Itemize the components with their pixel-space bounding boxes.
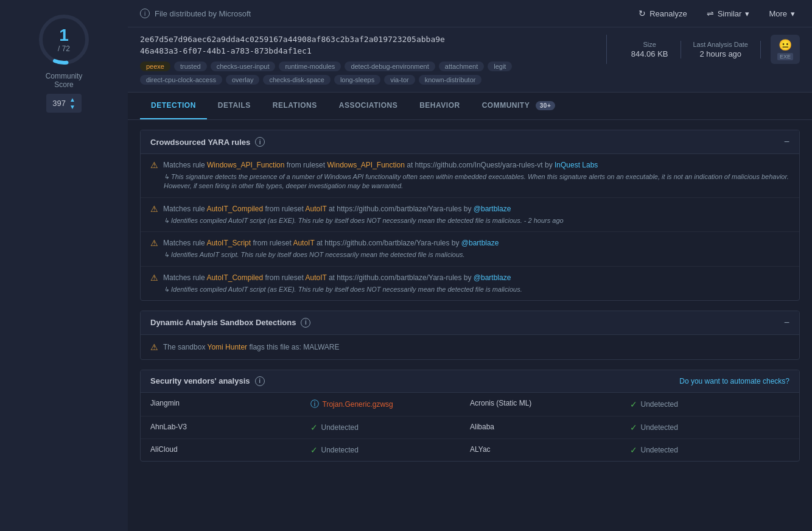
- vendor-row-3: AliCloud ✓ Undetected ALYac ✓ Undetected: [141, 439, 799, 461]
- more-button[interactable]: More ▾: [764, 7, 800, 21]
- tab-details[interactable]: DETAILS: [207, 93, 262, 119]
- alyac-result-text: Undetected: [641, 446, 678, 454]
- tag-checks-disk-space[interactable]: checks-disk-space: [263, 75, 330, 85]
- size-stat: Size 844.06 KB: [619, 41, 681, 58]
- vendors-title-text: Security vendors' analysis: [150, 376, 250, 385]
- tab-associations[interactable]: ASSOCIATIONS: [328, 93, 408, 119]
- vendors-section-header: Security vendors' analysis i Do you want…: [141, 370, 799, 393]
- file-stats: Size 844.06 KB Last Analysis Date 2 hour…: [606, 35, 800, 64]
- jiangmin-result-text: Trojan.Generic.gzwsg: [323, 400, 393, 409]
- tag-peexe[interactable]: peexe: [140, 62, 170, 71]
- tag-long-sleeps[interactable]: long-sleeps: [334, 75, 380, 85]
- top-bar: i File distributed by Microsoft ↻ Reanal…: [128, 0, 812, 27]
- automate-link[interactable]: Do you want to automate checks?: [679, 377, 789, 385]
- vendor-row-1: Jiangmin ⓘ Trojan.Generic.gzwsg Acronis …: [141, 393, 799, 417]
- yara-rule-1-author-link[interactable]: InQuest Labs: [555, 161, 598, 169]
- yara-rule-3-author-link[interactable]: @bartblaze: [461, 239, 499, 247]
- sandbox-section-header: Dynamic Analysis Sandbox Detections i −: [141, 311, 799, 335]
- sandbox-section-title: Dynamic Analysis Sandbox Detections i: [150, 318, 310, 328]
- vendor-jiangmin-name: Jiangmin: [150, 399, 310, 410]
- sandbox-info-icon[interactable]: i: [301, 318, 310, 328]
- yara-title-text: Crowdsourced YARA rules: [150, 138, 250, 147]
- vendor-ahnlab-result: ✓ Undetected: [310, 423, 471, 432]
- arrow-down-icon[interactable]: ▼: [69, 104, 75, 110]
- tag-detect-debug-environment[interactable]: detect-debug-environment: [345, 62, 435, 71]
- alicloud-result-text: Undetected: [321, 446, 359, 454]
- yara-rule-2-name-link[interactable]: AutoIT_Compiled: [206, 205, 263, 213]
- notice-icon: i: [140, 9, 150, 18]
- vendor-jiangmin-result: ⓘ Trojan.Generic.gzwsg: [310, 399, 471, 410]
- main-content: i File distributed by Microsoft ↻ Reanal…: [128, 0, 812, 462]
- score-value: 397: [52, 99, 66, 108]
- similar-icon: ⇌: [707, 9, 714, 18]
- yara-rule-2-main: ⚠ Matches rule AutoIT_Compiled from rule…: [150, 204, 789, 214]
- yara-info-icon[interactable]: i: [255, 137, 265, 147]
- vendor-alicloud-name: AliCloud: [150, 445, 310, 455]
- exe-label: EXE: [777, 53, 793, 60]
- tag-legit[interactable]: legit: [488, 62, 512, 71]
- yara-rule-3-ruleset-link[interactable]: AutoIT: [293, 239, 314, 247]
- yara-rule-3-name-link[interactable]: AutoIT_Script: [206, 239, 251, 247]
- ahnlab-check-icon: ✓: [310, 423, 318, 432]
- more-label: More: [769, 9, 787, 18]
- tag-overlay[interactable]: overlay: [226, 75, 259, 85]
- sandbox-item: ⚠ The sandbox Yomi Hunter flags this fil…: [141, 335, 799, 359]
- score-gauge: 1 / 72: [37, 12, 91, 67]
- sandbox-section: Dynamic Analysis Sandbox Detections i − …: [140, 311, 800, 360]
- exe-face-icon: 😐: [779, 38, 792, 52]
- top-bar-notice: i File distributed by Microsoft: [140, 9, 251, 18]
- similar-label: Similar: [718, 9, 742, 18]
- yara-rule-1-main: ⚠ Matches rule Windows_API_Function from…: [150, 160, 789, 170]
- file-meta-row: 2e67d5e7d96aec62a9dda4c0259167a44908af86…: [140, 35, 800, 85]
- tab-relations[interactable]: RELATIONS: [262, 93, 328, 119]
- exe-icon: 😐 EXE: [771, 35, 800, 64]
- arrow-up-icon[interactable]: ▲: [69, 96, 75, 103]
- reanalyze-label: Reanalyze: [649, 9, 687, 18]
- tag-checks-user-input[interactable]: checks-user-input: [211, 62, 276, 71]
- yara-rule-3-desc: Identifies AutoIT script. This rule by i…: [164, 250, 789, 259]
- reanalyze-button[interactable]: ↻ Reanalyze: [634, 6, 691, 21]
- warn-icon-4: ⚠: [150, 273, 158, 283]
- acronis-check-icon: ✓: [630, 399, 637, 409]
- yara-rule-2-ruleset-link[interactable]: AutoIT: [305, 205, 326, 213]
- yara-rule-2-author-link[interactable]: @bartblaze: [474, 205, 511, 213]
- vendor-ahnlab-name: AhnLab-V3: [150, 423, 310, 432]
- vendors-section-title: Security vendors' analysis i: [150, 376, 265, 386]
- tag-direct-cpu-clock-access[interactable]: direct-cpu-clock-access: [140, 75, 222, 85]
- reanalyze-icon: ↻: [639, 9, 646, 18]
- tag-known-distributor[interactable]: known-distributor: [419, 75, 482, 85]
- chevron-down-icon: ▾: [745, 9, 749, 18]
- yara-rule-2-text: Matches rule AutoIT_Compiled from rulese…: [163, 205, 511, 213]
- file-info: 2e67d5e7d96aec62a9dda4c0259167a44908af86…: [128, 27, 812, 93]
- hash1[interactable]: 2e67d5e7d96aec62a9dda4c0259167a44908af86…: [140, 35, 594, 44]
- yara-rule-4: ⚠ Matches rule AutoIT_Compiled from rule…: [141, 267, 799, 300]
- similar-button[interactable]: ⇌ Similar ▾: [702, 6, 755, 21]
- score-number: 1: [58, 27, 70, 44]
- yara-rule-2-desc: Identifies compiled AutoIT script (as EX…: [164, 216, 789, 225]
- vendor-row-2: AhnLab-V3 ✓ Undetected Alibaba ✓ Undetec…: [141, 417, 799, 439]
- yara-collapse-button[interactable]: −: [784, 136, 789, 147]
- content-area: Crowdsourced YARA rules i − ⚠ Matches ru…: [128, 130, 812, 462]
- yara-rule-4-ruleset-link[interactable]: AutoIT: [305, 273, 326, 282]
- yara-section: Crowdsourced YARA rules i − ⚠ Matches ru…: [140, 130, 800, 301]
- tag-trusted[interactable]: trusted: [174, 62, 207, 71]
- score-badge: 397 ▲ ▼: [46, 94, 82, 113]
- tag-via-tor[interactable]: via-tor: [384, 75, 415, 85]
- yara-rule-4-name-link[interactable]: AutoIT_Compiled: [206, 273, 263, 282]
- score-arrows[interactable]: ▲ ▼: [69, 96, 75, 110]
- tab-detection[interactable]: DETECTION: [140, 93, 207, 119]
- acronis-result-text: Undetected: [641, 400, 678, 409]
- tab-behavior[interactable]: BEHAVIOR: [408, 93, 471, 119]
- hash2[interactable]: 46a483a3-6f07-44b1-a783-873bd4af1ec1: [140, 46, 594, 55]
- yara-rule-1-name-link[interactable]: Windows_API_Function: [207, 161, 284, 169]
- sidebar: 1 / 72 CommunityScore 397 ▲ ▼: [0, 0, 128, 531]
- yara-rule-4-author-link[interactable]: @bartblaze: [474, 273, 511, 282]
- sandbox-name-link[interactable]: Yomi Hunter: [208, 343, 248, 351]
- tab-community[interactable]: COMMUNITY 30+: [471, 93, 567, 119]
- vendors-info-icon[interactable]: i: [255, 376, 265, 386]
- tag-runtime-modules[interactable]: runtime-modules: [279, 62, 341, 71]
- alyac-check-icon: ✓: [630, 445, 637, 455]
- sandbox-collapse-button[interactable]: −: [784, 317, 789, 328]
- yara-rule-1-ruleset-link[interactable]: Windows_API_Function: [327, 161, 404, 169]
- tag-attachment[interactable]: attachment: [439, 62, 484, 71]
